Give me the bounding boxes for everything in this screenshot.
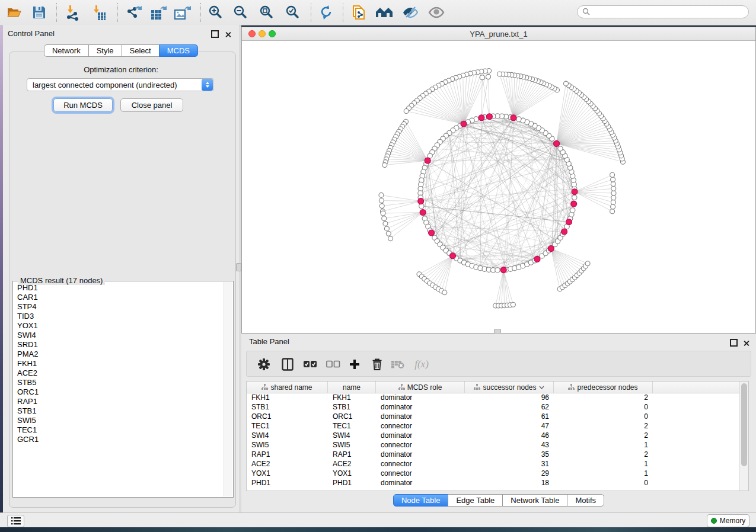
mcds-result-item[interactable]: STB5	[14, 378, 222, 387]
mcds-result-item[interactable]: ORC1	[14, 387, 222, 397]
tab-style[interactable]: Style	[88, 44, 122, 57]
mcds-result-item[interactable]: SRD1	[14, 340, 222, 350]
criterion-select[interactable]: largest connected component (undirected)	[27, 78, 214, 91]
table-row[interactable]: STB1STB1dominator620	[247, 402, 740, 412]
graph-leaf-node[interactable]	[610, 172, 615, 177]
refresh-view-icon[interactable]	[317, 4, 336, 21]
table-settings-gear-icon[interactable]	[255, 357, 273, 371]
function-builder-icon[interactable]: f(x)	[413, 357, 430, 371]
graph-leaf-node[interactable]	[383, 221, 388, 226]
graph-mcds-hub-node[interactable]	[425, 158, 430, 164]
network-window-titlebar[interactable]: YPA_prune.txt_1	[242, 27, 755, 41]
graph-leaf-node[interactable]	[379, 198, 384, 203]
graph-mcds-hub-node[interactable]	[554, 140, 560, 146]
mcds-result-item[interactable]: STB1	[14, 406, 222, 416]
graph-node[interactable]	[495, 268, 500, 273]
node-table-scrollbar[interactable]	[739, 382, 748, 491]
graph-leaf-node[interactable]	[611, 196, 616, 200]
graph-leaf-node[interactable]	[379, 193, 384, 197]
table-row[interactable]: SWI5SWI5connector431	[247, 440, 740, 450]
zoom-in-icon[interactable]	[206, 4, 225, 21]
zoom-selected-icon[interactable]	[283, 4, 302, 21]
column-header-name[interactable]: name	[328, 382, 376, 393]
import-network-icon[interactable]	[63, 4, 82, 21]
run-mcds-button[interactable]: Run MCDS	[53, 98, 113, 112]
mcds-result-item[interactable]: RAP1	[14, 397, 222, 406]
vertical-splitter-handle[interactable]	[236, 263, 241, 271]
mcds-result-item[interactable]: SWI5	[14, 416, 222, 425]
mcds-result-item[interactable]: TID3	[14, 312, 222, 321]
graph-leaf-node[interactable]	[585, 261, 590, 266]
graph-leaf-node[interactable]	[442, 290, 447, 295]
tab-network-table[interactable]: Network Table	[502, 494, 567, 507]
graph-mcds-hub-node[interactable]	[572, 189, 578, 195]
graph-leaf-node[interactable]	[611, 182, 615, 187]
delete-table-icon[interactable]	[389, 357, 407, 371]
scrollbar-thumb[interactable]	[741, 383, 747, 466]
zoom-fit-icon[interactable]	[257, 4, 276, 21]
graph-mcds-hub-node[interactable]	[420, 210, 426, 216]
graph-leaf-node[interactable]	[611, 204, 615, 209]
graph-mcds-hub-node[interactable]	[429, 230, 435, 236]
clone-network-icon[interactable]	[350, 4, 369, 21]
memory-button[interactable]: Memory	[707, 514, 749, 527]
graph-node[interactable]	[572, 195, 577, 200]
graph-leaf-node[interactable]	[610, 209, 615, 214]
tab-select[interactable]: Select	[122, 44, 160, 57]
graph-node[interactable]	[558, 146, 563, 151]
graph-mcds-hub-node[interactable]	[479, 115, 484, 121]
graph-mcds-hub-node[interactable]	[566, 219, 572, 225]
graph-leaf-node[interactable]	[381, 211, 385, 216]
graph-leaf-node[interactable]	[480, 75, 484, 80]
graph-leaf-node[interactable]	[497, 72, 502, 76]
table-row[interactable]: RAP1RAP1dominator352	[247, 450, 740, 459]
search-field[interactable]	[577, 5, 749, 18]
column-header-shared-name[interactable]: shared name	[247, 382, 328, 393]
mcds-result-item[interactable]: PHD1	[14, 283, 222, 293]
hide-selected-eye-slash-icon[interactable]	[401, 4, 420, 21]
graph-leaf-node[interactable]	[611, 200, 615, 204]
mcds-result-item[interactable]: FKH1	[14, 359, 222, 368]
table-row[interactable]: TEC1TEC1connector472	[247, 421, 740, 431]
graph-leaf-node[interactable]	[611, 186, 616, 191]
task-history-button[interactable]	[7, 515, 24, 527]
mcds-result-item[interactable]: PMA2	[14, 350, 222, 359]
tab-network[interactable]: Network	[44, 44, 89, 57]
network-canvas[interactable]	[242, 41, 755, 333]
graph-leaf-node[interactable]	[382, 163, 387, 168]
export-image-icon[interactable]	[173, 4, 192, 21]
graph-leaf-node[interactable]	[564, 81, 569, 86]
table-row[interactable]: ORC1ORC1dominator610	[247, 412, 740, 421]
mcds-result-item[interactable]: YOX1	[14, 321, 222, 331]
graph-leaf-node[interactable]	[404, 109, 409, 114]
tab-motifs[interactable]: Motifs	[567, 494, 604, 507]
graph-mcds-hub-node[interactable]	[562, 229, 567, 235]
graph-leaf-node[interactable]	[486, 75, 491, 79]
export-network-icon[interactable]	[125, 4, 143, 21]
graph-leaf-node[interactable]	[388, 236, 393, 241]
graph-mcds-hub-node[interactable]	[418, 198, 424, 204]
export-table-icon[interactable]	[149, 4, 168, 21]
close-panel-button[interactable]: Close panel	[120, 98, 183, 112]
table-row[interactable]: ACE2ACE2connector311	[247, 459, 740, 469]
split-columns-icon[interactable]	[279, 357, 296, 371]
control-panel-float-icon[interactable]	[211, 30, 219, 40]
table-row[interactable]: FKH1FKH1dominator962	[247, 393, 740, 402]
control-panel-close-icon[interactable]	[225, 30, 231, 40]
mcds-result-item[interactable]: SWI4	[14, 331, 222, 340]
table-panel-float-icon[interactable]	[730, 338, 738, 349]
graph-leaf-node[interactable]	[386, 231, 391, 236]
graph-mcds-hub-node[interactable]	[500, 267, 506, 273]
graph-mcds-hub-node[interactable]	[450, 253, 456, 259]
graph-leaf-node[interactable]	[611, 191, 616, 196]
graph-leaf-node[interactable]	[384, 226, 389, 231]
search-input[interactable]	[594, 7, 748, 17]
graph-leaf-node[interactable]	[611, 177, 615, 182]
tab-node-table[interactable]: Node Table	[393, 494, 449, 507]
graph-mcds-hub-node[interactable]	[571, 201, 577, 207]
mcds-result-item[interactable]: TEC1	[14, 425, 222, 435]
show-all-eye-icon[interactable]	[427, 4, 446, 21]
zoom-out-icon[interactable]	[231, 4, 250, 21]
graph-node[interactable]	[570, 208, 575, 213]
mcds-result-item[interactable]: CAR1	[14, 293, 222, 302]
